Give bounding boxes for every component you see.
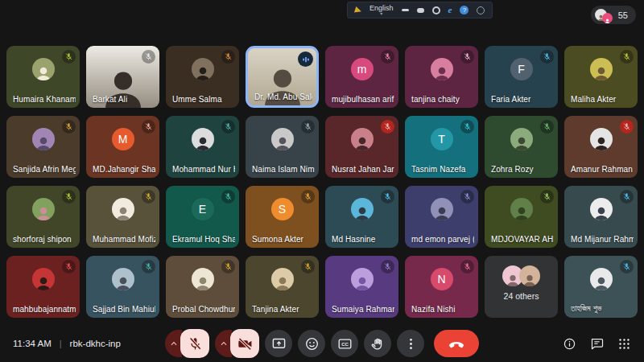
participant-tile[interactable]: N Nazifa Nishi [405, 256, 478, 318]
participant-tile[interactable]: 24 others [485, 256, 558, 318]
participant-tile[interactable]: Maliha Akter [564, 46, 638, 108]
participant-tile[interactable]: Sajjad Bin Mahiul [86, 256, 159, 318]
participant-tile[interactable]: m mujibulhasan arif [325, 46, 398, 108]
participant-name: Sumona Akter [252, 235, 315, 244]
participant-tile[interactable]: Dr. Md. Abu Saleh [246, 46, 319, 108]
participant-tile[interactable]: Nusrat Jahan Jarin [325, 116, 398, 178]
avatar [510, 198, 533, 220]
participant-tile[interactable]: Tanjina Akter [246, 256, 319, 318]
participant-name: shorforaj shipon [13, 235, 76, 244]
avatar [192, 58, 214, 80]
end-call-button[interactable] [434, 330, 479, 357]
avatar [351, 198, 374, 220]
participant-tile[interactable]: shorforaj shipon [6, 186, 80, 248]
mic-off-icon [460, 120, 474, 134]
avatar [590, 58, 613, 80]
mic-off-icon [620, 120, 634, 134]
camera-options-chevron[interactable] [215, 330, 232, 357]
participant-tile[interactable]: M MD.Jahangir Shah [86, 116, 159, 178]
avatar [510, 128, 533, 150]
activities-button[interactable] [617, 337, 631, 351]
letter-avatar: M [112, 128, 134, 150]
chat-button[interactable] [590, 337, 604, 351]
avatar [431, 58, 453, 80]
participant-tile[interactable]: Mohammad Nur Ho... [166, 116, 239, 178]
camera-control-group [215, 329, 259, 358]
others-avatars [485, 265, 558, 286]
participant-name: mujibulhasan arif [332, 95, 394, 104]
participants-pill[interactable]: 55 [591, 6, 636, 24]
browser-e-icon[interactable]: e [448, 6, 452, 14]
clock: 11:34 AM [13, 339, 52, 348]
apps-grid-icon [617, 337, 631, 351]
participant-tile[interactable]: tanjina chaity [405, 46, 478, 108]
participant-tile[interactable]: Humaira Khanam Je... [6, 46, 80, 108]
participant-tile[interactable]: তাহজিম শুভ [564, 256, 638, 318]
participant-tile[interactable]: Sanjida Afrin Megla [6, 116, 80, 178]
captions-button[interactable] [331, 330, 358, 357]
participant-name: Sumaiya Rahman [332, 305, 394, 314]
participant-tile[interactable]: Sumaiya Rahman [325, 256, 398, 318]
participant-tile[interactable]: Probal Chowdhury [166, 256, 239, 318]
participant-name: Humaira Khanam Je... [13, 95, 76, 104]
participant-tile[interactable]: md emon parvej (E... [405, 186, 478, 248]
participant-name: Md Hasnine [332, 235, 394, 244]
minimize-icon[interactable] [402, 9, 409, 11]
avatar [271, 268, 294, 290]
participant-tile[interactable]: Muhammad Mofizur... [86, 186, 159, 248]
letter-avatar: S [271, 198, 294, 220]
participant-tile[interactable]: S Sumona Akter [246, 186, 319, 248]
raise-hand-button[interactable] [364, 330, 391, 357]
record-icon[interactable] [432, 6, 440, 14]
avatar [271, 128, 294, 150]
mic-off-icon [620, 260, 634, 274]
mic-off-icon [142, 50, 155, 64]
participant-tile[interactable]: Md Mijanur Rahman [564, 186, 638, 248]
mic-off-icon [381, 50, 394, 64]
mic-off-icon [460, 190, 474, 204]
mic-off-icon [221, 260, 235, 274]
mic-off-icon [301, 190, 315, 204]
call-controls [165, 329, 479, 358]
avatar [32, 128, 55, 150]
mic-off-icon [142, 260, 155, 274]
participant-tile[interactable]: Md Hasnine [325, 186, 398, 248]
avatar [590, 268, 613, 290]
participant-name: তাহজিম শুভ [571, 304, 634, 314]
help-icon[interactable]: ? [460, 6, 469, 14]
participant-tile[interactable]: F Faria Akter [485, 46, 558, 108]
participant-name: md emon parvej (E... [411, 235, 474, 244]
participant-tile[interactable]: T Tasnim Nazefa [405, 116, 478, 178]
avatar [351, 128, 374, 150]
participant-tile[interactable]: Naima Islam Nimmi [246, 116, 319, 178]
camera-toggle-button[interactable] [230, 329, 259, 358]
mic-off-icon [460, 260, 474, 274]
more-options-button[interactable] [397, 330, 424, 357]
mic-off-icon [460, 50, 474, 64]
participant-name: Naima Islam Nimmi [252, 165, 315, 174]
language-selector[interactable]: English ▾ [369, 5, 394, 16]
participant-name: Mohammad Nur Ho... [172, 165, 235, 174]
participant-name: Zohra Rozy [491, 165, 554, 174]
participant-name: Md Mijanur Rahman [571, 235, 634, 244]
power-icon[interactable] [477, 6, 485, 14]
mic-off-icon [62, 260, 76, 274]
meeting-info: 11:34 AM | rbk-dkhc-inp [13, 339, 121, 348]
participant-tile[interactable]: Zohra Rozy [485, 116, 558, 178]
participant-tile[interactable]: Barkat Ali [86, 46, 159, 108]
webcam-icon[interactable] [417, 8, 424, 13]
participant-tile[interactable]: MDJOVAYAR AHMED [485, 186, 558, 248]
participant-tile[interactable]: Amanur Rahman [564, 116, 638, 178]
reactions-button[interactable] [298, 330, 325, 357]
present-button[interactable] [265, 330, 292, 357]
mic-toggle-button[interactable] [180, 329, 209, 358]
mic-off-icon [221, 190, 235, 204]
participant-name: Tasnim Nazefa [411, 165, 474, 174]
panel-controls [563, 337, 631, 351]
participant-tile[interactable]: E Ekramul Hoq Sha [166, 186, 239, 248]
participant-tile[interactable]: mahbubajannatmoni [6, 256, 80, 318]
meeting-details-button[interactable] [563, 337, 576, 351]
mic-options-chevron[interactable] [165, 330, 182, 357]
participant-tile[interactable]: Umme Salma [166, 46, 239, 108]
avatar [32, 198, 55, 220]
